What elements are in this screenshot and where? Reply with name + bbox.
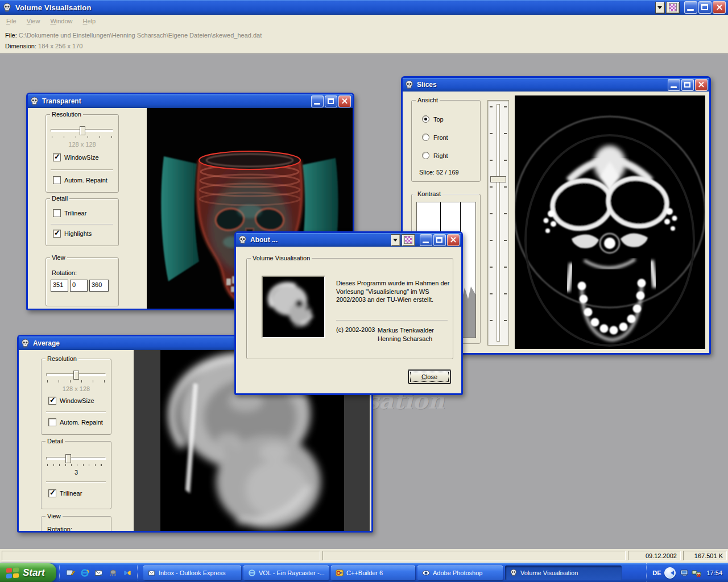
menu-help[interactable]: Help — [78, 16, 101, 26]
menu-window[interactable]: Window — [45, 16, 77, 26]
msn-icon[interactable] — [122, 567, 133, 578]
resolution-group: Resolution 128 x 128 WindowSize Autom. R… — [41, 359, 111, 435]
outlook-express-icon[interactable] — [93, 567, 104, 578]
view-legend: View — [46, 513, 63, 519]
average-title: Average — [33, 339, 60, 347]
divider — [51, 169, 113, 170]
rotation-z-field[interactable]: 360 — [89, 280, 109, 292]
radio-right[interactable] — [422, 152, 429, 159]
slider-thumb[interactable] — [80, 126, 85, 135]
autorepaint-checkbox[interactable] — [53, 176, 61, 184]
windows-logo-icon — [6, 567, 19, 579]
status-memory: 167.501 K — [683, 551, 727, 560]
maximize-button[interactable] — [681, 79, 694, 91]
slice-counter: Slice: 52 / 169 — [419, 169, 459, 176]
about-authors: Markus Trenkwalder Henning Scharsach — [378, 326, 434, 343]
taskbar-task-inbox[interactable]: Inbox - Outlook Express — [143, 566, 241, 580]
cpp-builder-icon — [335, 568, 344, 577]
restore-button[interactable] — [698, 1, 712, 14]
app-title: Volume Visualisation — [15, 3, 92, 12]
menu-file[interactable]: File — [1, 16, 22, 26]
detail-legend: Detail — [46, 438, 65, 444]
network-error-tray-icon[interactable] — [692, 568, 701, 578]
taskbar-task-cppbuilder[interactable]: C++Builder 6 — [331, 566, 415, 580]
task-label: C++Builder 6 — [346, 569, 383, 576]
detail-slider[interactable] — [46, 454, 106, 467]
internet-explorer-icon[interactable] — [79, 567, 90, 578]
slice-slider[interactable] — [487, 100, 509, 346]
resolution-legend: Resolution — [50, 111, 83, 118]
autorepaint-label: Autom. Repaint — [64, 177, 107, 184]
child-window-icon-button[interactable] — [666, 2, 680, 14]
maximize-button[interactable] — [433, 234, 446, 246]
file-info-panel: File: C:\Dokumente und Einstellungen\Hen… — [0, 27, 728, 53]
slice-slider-thumb[interactable] — [490, 176, 506, 182]
about-titlebar[interactable]: About ... — [236, 233, 461, 247]
radio-front[interactable] — [422, 134, 429, 141]
minimize-button[interactable] — [684, 1, 697, 14]
trilinear-checkbox[interactable] — [48, 489, 56, 497]
internet-explorer-icon — [247, 568, 256, 577]
main-titlebar[interactable]: Volume Visualisation — [0, 0, 728, 15]
checker-icon — [669, 3, 677, 11]
radio-top-label: Top — [433, 116, 444, 123]
about-title: About ... — [250, 236, 278, 244]
minimize-button[interactable] — [420, 234, 432, 246]
taskbar: Start Inbox - Outlook Express VOL - Ein … — [0, 563, 728, 582]
divider — [46, 481, 106, 482]
about-copyright: (c) 2002-2003 — [336, 326, 375, 333]
hide-icons-chevron[interactable] — [664, 567, 676, 579]
minimize-button[interactable] — [311, 95, 324, 107]
view-legend: View — [50, 254, 67, 261]
detail-group: Detail 3 Trilinear — [41, 441, 111, 509]
close-button[interactable] — [338, 95, 351, 107]
about-description: Dieses Programm wurde im Rahmen der Vorl… — [336, 279, 450, 304]
windowsize-row: WindowSize — [48, 397, 94, 405]
close-button[interactable] — [713, 1, 726, 14]
file-info-line: File: C:\Dokumente und Einstellungen\Hen… — [5, 32, 262, 39]
application-icon[interactable] — [107, 567, 118, 578]
file-label: File: — [5, 32, 17, 39]
app-skull-icon — [2, 3, 12, 13]
taskbar-clock[interactable]: 17:54 — [706, 569, 722, 576]
menu-view[interactable]: View — [22, 16, 46, 26]
about-close-button[interactable]: Close — [408, 370, 450, 384]
radio-top[interactable] — [422, 115, 429, 123]
language-indicator[interactable]: DE — [652, 569, 661, 576]
slices-titlebar[interactable]: Slices — [403, 78, 709, 92]
taskbar-task-vol[interactable]: VOL - Ein Raycaster -... — [243, 566, 329, 580]
kontrast-legend: Kontrast — [416, 190, 442, 197]
taskbar-task-photoshop[interactable]: Adobe Photoshop — [417, 566, 503, 580]
detail-value: 3 — [42, 469, 111, 476]
minimize-button[interactable] — [668, 79, 680, 91]
trilinear-checkbox[interactable] — [53, 209, 61, 217]
trilinear-row: Trilinear — [48, 489, 82, 497]
windowsize-checkbox[interactable] — [48, 397, 56, 405]
start-button[interactable]: Start — [0, 563, 56, 582]
highlights-checkbox[interactable] — [53, 230, 61, 238]
child-window-icon-button[interactable] — [402, 234, 415, 246]
show-desktop-icon[interactable] — [65, 567, 76, 578]
rotation-x-field[interactable]: 351 — [51, 280, 68, 292]
close-button[interactable] — [447, 234, 460, 246]
resolution-group: Resolution 128 x 128 WindowSize Autom. R… — [46, 114, 119, 193]
resolution-slider[interactable] — [51, 126, 113, 139]
taskbar-task-volume-visualisation[interactable]: Volume Visualisation — [505, 566, 622, 580]
autorepaint-checkbox[interactable] — [48, 418, 56, 426]
about-body: Volume Visualisation — [236, 247, 461, 393]
maximize-button[interactable] — [325, 95, 337, 107]
rotation-y-field[interactable]: 0 — [70, 280, 88, 292]
windowsize-checkbox[interactable] — [53, 153, 61, 161]
display-tray-icon[interactable] — [680, 568, 689, 578]
rotation-label: Rotation: — [47, 526, 72, 533]
child-menu-dropdown-button[interactable] — [655, 2, 665, 14]
transparent-titlebar[interactable]: Transparent — [28, 94, 353, 108]
child-menu-dropdown-button[interactable] — [391, 234, 400, 246]
dimension-info-line: Dimension: 184 x 256 x 170 — [5, 43, 82, 49]
slider-thumb[interactable] — [65, 454, 71, 463]
close-button[interactable] — [695, 79, 708, 91]
slider-thumb[interactable] — [73, 371, 79, 380]
resolution-slider[interactable] — [46, 371, 106, 383]
ct-slice-image[interactable] — [515, 95, 705, 349]
task-label: Inbox - Outlook Express — [159, 569, 225, 576]
